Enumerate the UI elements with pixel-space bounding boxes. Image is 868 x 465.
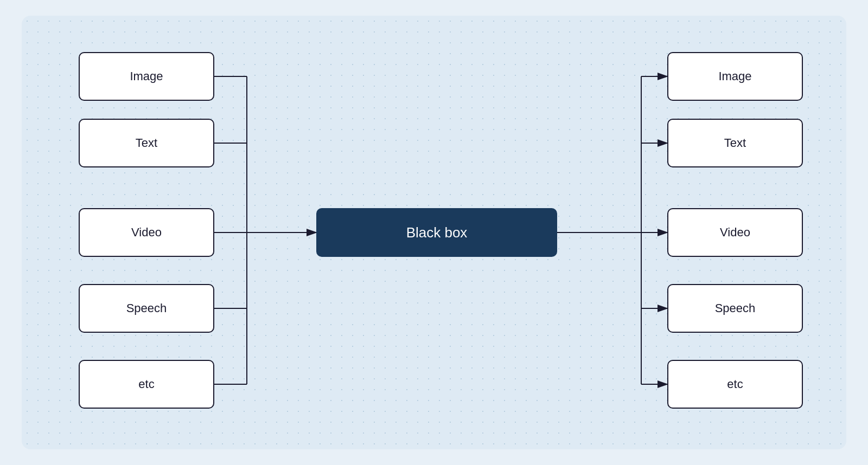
output-text-label: Text (724, 136, 746, 150)
output-text-box: Text (667, 119, 803, 167)
input-text-label: Text (136, 136, 157, 150)
diagram-container: Image Text Video Speech etc Black box Im… (22, 16, 846, 449)
output-video-box: Video (667, 208, 803, 257)
input-video-box: Video (79, 208, 214, 257)
output-speech-label: Speech (715, 301, 756, 315)
input-etc-label: etc (138, 377, 154, 391)
output-image-label: Image (718, 69, 751, 83)
output-image-box: Image (667, 52, 803, 101)
black-box: Black box (316, 208, 557, 257)
output-speech-box: Speech (667, 284, 803, 333)
input-image-box: Image (79, 52, 214, 101)
input-text-box: Text (79, 119, 214, 167)
input-image-label: Image (130, 69, 163, 83)
input-speech-label: Speech (126, 301, 167, 315)
output-video-label: Video (720, 225, 750, 240)
input-etc-box: etc (79, 360, 214, 409)
black-box-label: Black box (406, 224, 468, 241)
input-speech-box: Speech (79, 284, 214, 333)
output-etc-box: etc (667, 360, 803, 409)
output-etc-label: etc (727, 377, 743, 391)
input-video-label: Video (131, 225, 162, 240)
